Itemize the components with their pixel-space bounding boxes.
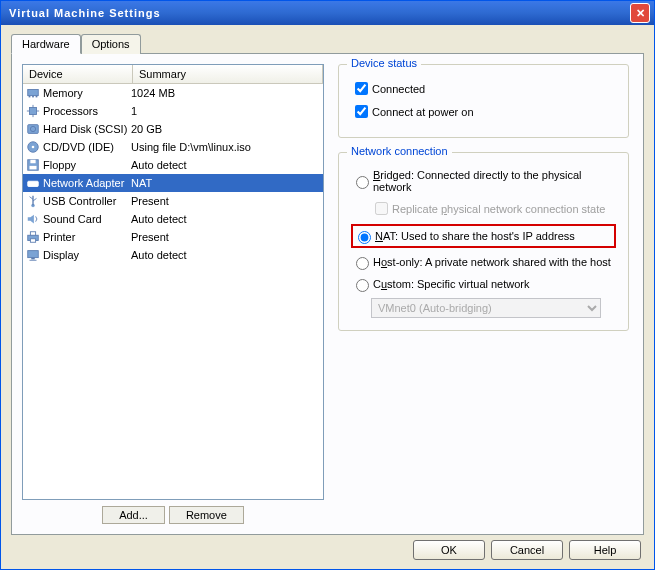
header-summary[interactable]: Summary bbox=[133, 65, 323, 83]
cancel-button[interactable]: Cancel bbox=[491, 540, 563, 560]
memory-icon bbox=[25, 85, 41, 101]
display-icon bbox=[25, 247, 41, 263]
device-row[interactable]: Processors 1 bbox=[23, 102, 323, 120]
nat-highlight: NAT: Used to share the host's IP address bbox=[351, 224, 616, 248]
bridged-label: Bridged: Connected directly to the physi… bbox=[373, 169, 616, 193]
floppy-icon bbox=[25, 157, 41, 173]
device-row[interactable]: CD/DVD (IDE) Using file D:\vm\linux.iso bbox=[23, 138, 323, 156]
network-title: Network connection bbox=[347, 145, 452, 157]
bridged-radio[interactable] bbox=[356, 176, 369, 189]
device-row[interactable]: Network Adapter NAT bbox=[23, 174, 323, 192]
svg-rect-15 bbox=[30, 166, 37, 170]
device-row[interactable]: Floppy Auto detect bbox=[23, 156, 323, 174]
header-device[interactable]: Device bbox=[23, 65, 133, 83]
panel-buttons: Add... Remove bbox=[22, 506, 324, 524]
device-row[interactable]: USB Controller Present bbox=[23, 192, 323, 210]
svg-rect-0 bbox=[28, 90, 39, 96]
remove-button[interactable]: Remove bbox=[169, 506, 244, 524]
svg-point-12 bbox=[32, 146, 35, 149]
connected-label: Connected bbox=[372, 83, 425, 95]
device-summary: Present bbox=[131, 195, 321, 207]
vmnet-select: VMnet0 (Auto-bridging) bbox=[371, 298, 601, 318]
status-title: Device status bbox=[347, 57, 421, 69]
nat-radio[interactable] bbox=[358, 231, 371, 244]
vmnet-dropdown: VMnet0 (Auto-bridging) bbox=[371, 298, 601, 318]
tab-options[interactable]: Options bbox=[81, 34, 141, 54]
network-connection-group: Network connection Bridged: Connected di… bbox=[338, 152, 629, 331]
printer-icon bbox=[25, 229, 41, 245]
window-title: Virtual Machine Settings bbox=[5, 7, 630, 19]
device-name: Hard Disk (SCSI) bbox=[43, 123, 127, 135]
svg-rect-17 bbox=[30, 183, 35, 185]
device-list: Device Summary Memory 1024 MB Processors… bbox=[22, 64, 324, 500]
device-name: Display bbox=[43, 249, 79, 261]
svg-rect-1 bbox=[29, 96, 31, 98]
custom-radio[interactable] bbox=[356, 279, 369, 292]
device-row[interactable]: Display Auto detect bbox=[23, 246, 323, 264]
content-area: Hardware Options Device Summary Memory 1… bbox=[1, 25, 654, 543]
dialog-buttons: OK Cancel Help bbox=[413, 540, 641, 560]
device-summary: 20 GB bbox=[131, 123, 321, 135]
device-name: Floppy bbox=[43, 159, 76, 171]
svg-rect-14 bbox=[30, 160, 35, 164]
device-panel: Device Summary Memory 1024 MB Processors… bbox=[22, 64, 324, 524]
device-summary: 1024 MB bbox=[131, 87, 321, 99]
replicate-checkbox bbox=[375, 202, 388, 215]
ok-button[interactable]: OK bbox=[413, 540, 485, 560]
tab-strip: Hardware Options bbox=[11, 34, 644, 54]
svg-rect-23 bbox=[30, 232, 35, 236]
device-summary: Present bbox=[131, 231, 321, 243]
cd-icon bbox=[25, 139, 41, 155]
replicate-label: Replicate physical network connection st… bbox=[392, 203, 605, 215]
device-name: Memory bbox=[43, 87, 83, 99]
svg-rect-24 bbox=[30, 239, 35, 243]
bridged-row[interactable]: Bridged: Connected directly to the physi… bbox=[351, 169, 616, 193]
svg-rect-2 bbox=[32, 96, 34, 98]
connect-power-label: Connect at power on bbox=[372, 106, 474, 118]
tab-hardware[interactable]: Hardware bbox=[11, 34, 81, 54]
hostonly-row[interactable]: Host-only: A private network shared with… bbox=[351, 254, 616, 270]
list-header: Device Summary bbox=[23, 65, 323, 84]
close-icon: ✕ bbox=[636, 7, 645, 20]
device-summary: NAT bbox=[131, 177, 321, 189]
net-icon bbox=[25, 175, 41, 191]
connect-power-checkbox[interactable] bbox=[355, 105, 368, 118]
device-summary: Auto detect bbox=[131, 159, 321, 171]
device-row[interactable]: Memory 1024 MB bbox=[23, 84, 323, 102]
svg-rect-26 bbox=[31, 258, 35, 260]
hdd-icon bbox=[25, 121, 41, 137]
titlebar[interactable]: Virtual Machine Settings ✕ bbox=[1, 1, 654, 25]
connected-checkbox[interactable] bbox=[355, 82, 368, 95]
device-name: Processors bbox=[43, 105, 98, 117]
device-row[interactable]: Sound Card Auto detect bbox=[23, 210, 323, 228]
svg-rect-25 bbox=[28, 251, 39, 258]
close-button[interactable]: ✕ bbox=[630, 3, 650, 23]
hostonly-radio[interactable] bbox=[356, 257, 369, 270]
replicate-row: Replicate physical network connection st… bbox=[371, 199, 616, 218]
usb-icon bbox=[25, 193, 41, 209]
device-summary: 1 bbox=[131, 105, 321, 117]
nat-label: NAT: Used to share the host's IP address bbox=[375, 230, 575, 242]
device-name: Network Adapter bbox=[43, 177, 124, 189]
device-row[interactable]: Hard Disk (SCSI) 20 GB bbox=[23, 120, 323, 138]
connect-power-row[interactable]: Connect at power on bbox=[351, 102, 616, 121]
device-summary: Auto detect bbox=[131, 213, 321, 225]
svg-rect-3 bbox=[36, 96, 38, 98]
device-summary: Auto detect bbox=[131, 249, 321, 261]
nat-row[interactable]: NAT: Used to share the host's IP address bbox=[353, 228, 614, 244]
add-button[interactable]: Add... bbox=[102, 506, 165, 524]
custom-row[interactable]: Custom: Specific virtual network bbox=[351, 276, 616, 292]
device-name: CD/DVD (IDE) bbox=[43, 141, 114, 153]
device-name: Sound Card bbox=[43, 213, 102, 225]
help-button[interactable]: Help bbox=[569, 540, 641, 560]
device-status-group: Device status Connected Connect at power… bbox=[338, 64, 629, 138]
svg-rect-4 bbox=[30, 108, 37, 115]
connected-row[interactable]: Connected bbox=[351, 79, 616, 98]
device-row[interactable]: Printer Present bbox=[23, 228, 323, 246]
device-summary: Using file D:\vm\linux.iso bbox=[131, 141, 321, 153]
device-name: USB Controller bbox=[43, 195, 116, 207]
hostonly-label: Host-only: A private network shared with… bbox=[373, 256, 611, 268]
cpu-icon bbox=[25, 103, 41, 119]
tab-panel: Device Summary Memory 1024 MB Processors… bbox=[11, 53, 644, 535]
detail-panel: Device status Connected Connect at power… bbox=[334, 64, 633, 524]
